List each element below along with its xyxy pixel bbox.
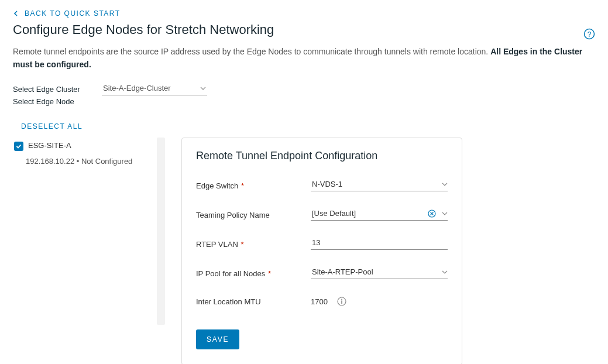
mtu-label: Inter Location MTU: [196, 297, 311, 306]
chevron-down-icon: [442, 212, 448, 215]
check-icon: [16, 143, 22, 149]
teaming-policy-label: Teaming Policy Name: [196, 211, 311, 219]
scrollbar[interactable]: [157, 138, 165, 325]
ip-pool-dropdown[interactable]: Site-A-RTEP-Pool: [311, 267, 448, 279]
edge-node-label: Select Edge Node: [13, 97, 595, 106]
node-meta: 192.168.10.22 • Not Configured: [26, 156, 153, 167]
node-list: ESG-SITE-A 192.168.10.22 • Not Configure…: [13, 138, 165, 167]
chevron-left-icon: [13, 11, 19, 16]
page-description: Remote tunnel endpoints are the source I…: [13, 46, 595, 71]
cluster-dropdown[interactable]: Site-A-Edge-Cluster: [102, 83, 207, 95]
node-checkbox[interactable]: [14, 142, 23, 151]
chevron-down-icon: [442, 270, 448, 274]
edge-switch-dropdown[interactable]: N-VDS-1: [311, 180, 448, 191]
rtep-vlan-input[interactable]: 13: [311, 238, 448, 250]
ip-pool-label: IP Pool for all Nodes *: [196, 269, 311, 278]
svg-point-4: [341, 299, 342, 300]
mtu-value: 1700: [311, 297, 328, 306]
clear-icon[interactable]: [428, 210, 436, 218]
node-name: ESG-SITE-A: [28, 141, 71, 150]
deselect-all-link[interactable]: DESELECT ALL: [21, 122, 595, 131]
save-button[interactable]: SAVE: [196, 329, 239, 349]
back-label: BACK TO QUICK START: [25, 9, 121, 18]
cluster-value: Site-A-Edge-Cluster: [103, 84, 171, 92]
teaming-policy-dropdown[interactable]: [Use Default]: [311, 209, 448, 221]
info-icon[interactable]: [337, 297, 346, 306]
rtep-vlan-label: RTEP VLAN *: [196, 240, 311, 249]
page-title: Configure Edge Nodes for Stretch Network…: [13, 22, 274, 37]
chevron-down-icon: [442, 183, 448, 186]
list-item[interactable]: ESG-SITE-A: [13, 138, 153, 151]
back-link[interactable]: BACK TO QUICK START: [13, 9, 121, 18]
panel-title: Remote Tunnel Endpoint Configuration: [196, 150, 448, 162]
svg-rect-5: [341, 301, 342, 304]
help-icon[interactable]: ?: [583, 28, 595, 40]
cluster-label: Select Edge Cluster: [13, 85, 102, 94]
config-panel: Remote Tunnel Endpoint Configuration Edg…: [181, 138, 462, 364]
svg-text:?: ?: [588, 30, 592, 39]
edge-switch-label: Edge Switch *: [196, 181, 311, 190]
chevron-down-icon: [200, 87, 206, 90]
